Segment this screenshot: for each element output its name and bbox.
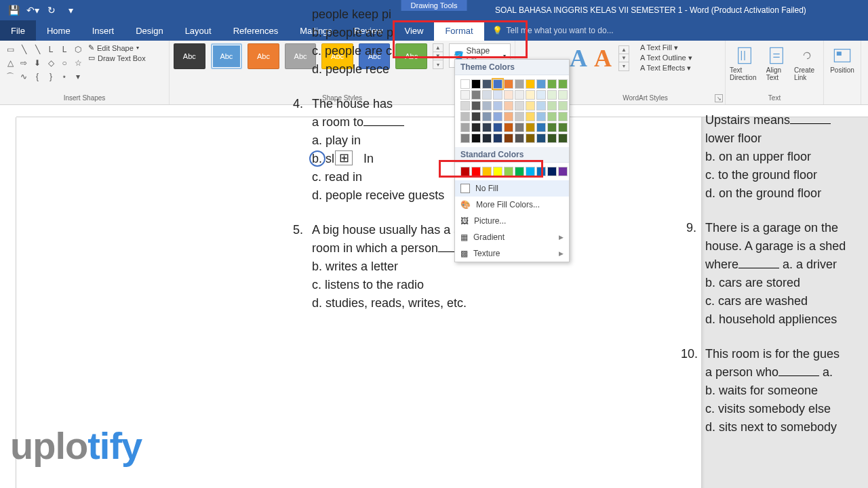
layout-options-icon[interactable]: ⊞ [335,150,353,165]
theme-colors-grid[interactable] [455,75,569,147]
edit-shape-icon: ✎ [88,43,94,52]
undo-icon[interactable]: ↶▾ [24,3,41,18]
tab-references[interactable]: References [222,20,289,41]
theme-colors-header: Theme Colors [455,60,569,75]
answer-circle [309,150,326,167]
question-number: 5. [293,221,303,239]
redo-icon[interactable]: ↻ [43,3,60,18]
color-wheel-icon: 🎨 [460,200,471,209]
shape-style-1[interactable]: Abc [174,43,205,69]
picture-fill-item[interactable]: 🖼 Picture... [455,213,569,229]
texture-icon: ▩ [460,249,468,258]
document-content-col2: Upstairs means lower floor b. on an uppe… [705,111,868,453]
no-fill-icon [460,184,470,193]
standard-colors-grid[interactable] [455,163,569,180]
tab-file[interactable]: File [0,20,36,41]
shape-style-2[interactable]: Abc [211,43,243,69]
textbox-icon: ▭ [88,54,95,62]
picture-icon: 🖼 [460,216,469,226]
tab-design[interactable]: Design [125,20,174,41]
tab-insert[interactable]: Insert [81,20,125,41]
shape-fill-dropdown: Theme Colors Standard Colors No Fill 🎨 M… [454,59,570,262]
question-number: 4. [293,95,303,113]
submenu-arrow-icon: ▶ [559,234,564,241]
qat-more-icon[interactable]: ▾ [62,3,79,18]
gradient-icon: ▦ [460,232,468,242]
no-fill-item[interactable]: No Fill [455,180,569,197]
more-fill-colors-item[interactable]: 🎨 More Fill Colors... [455,197,569,213]
standard-colors-header: Standard Colors [455,147,569,163]
draw-text-box-button[interactable]: ▭Draw Text Box [88,54,146,62]
watermark: uplotify [10,424,142,468]
shape-style-3[interactable]: Abc [248,43,279,69]
question-number: 9. [686,219,696,237]
save-icon[interactable]: 💾 [5,3,22,18]
submenu-arrow-icon: ▶ [559,250,564,257]
quick-access-toolbar: 💾 ↶▾ ↻ ▾ [0,3,84,18]
texture-fill-item[interactable]: ▩ Texture ▶ [455,245,569,262]
group-label: Insert Shapes [4,93,165,103]
group-insert-shapes: ▭╲╲LL⬡ △⇨⬇◇○☆ ⌒∿{}⋆▾ ✎Edit Shape▾ ▭Draw … [0,41,170,104]
tab-home[interactable]: Home [36,20,81,41]
shapes-gallery[interactable]: ▭╲╲LL⬡ △⇨⬇◇○☆ ⌒∿{}⋆▾ [4,43,84,83]
tab-layout[interactable]: Layout [174,20,222,41]
edit-shape-button[interactable]: ✎Edit Shape▾ [88,43,146,52]
gradient-fill-item[interactable]: ▦ Gradient ▶ [455,229,569,245]
question-number: 10. [681,345,698,363]
